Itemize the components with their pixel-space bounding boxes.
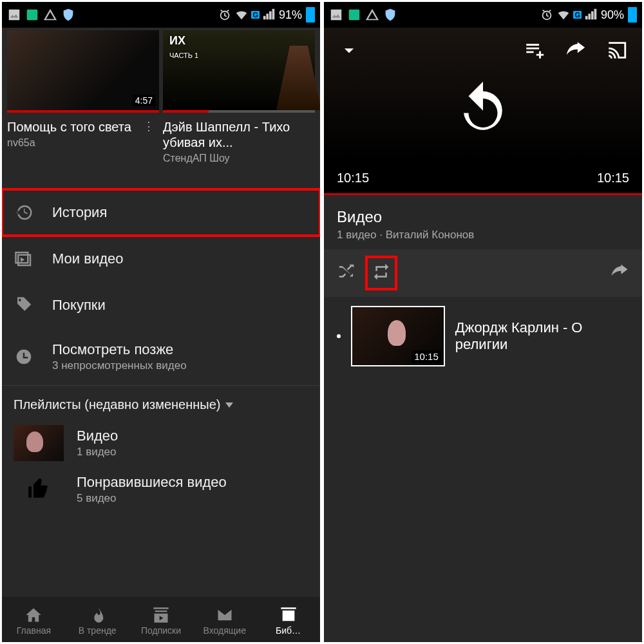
network-g-badge: G	[573, 11, 582, 19]
battery-icon	[628, 7, 637, 23]
playlist-count: 1 видео	[77, 446, 118, 459]
battery-icon	[306, 7, 315, 23]
video-menu-icon[interactable]: ⋮	[140, 119, 156, 133]
video-duration: 4:57	[133, 95, 155, 106]
nav-library[interactable]: Биб…	[256, 606, 320, 636]
nav-subscriptions[interactable]: Подписки	[129, 606, 193, 636]
library-label: Мои видео	[52, 251, 124, 267]
status-bar: G 90%	[324, 2, 642, 28]
playlists-header[interactable]: Плейлисты (недавно измененные)	[2, 385, 320, 419]
shield-icon	[383, 8, 397, 22]
notif-image-icon	[329, 8, 343, 22]
thumbs-up-icon	[14, 479, 64, 500]
cast-icon[interactable]	[606, 39, 628, 64]
playlist-thumbnail	[14, 425, 64, 461]
recent-videos-row: 4:57 Помощь с того света ⋮ nv65a ИХЧАСТЬ…	[2, 28, 320, 164]
video-title: Помощь с того света	[7, 119, 140, 135]
library-list: История Мои видео Покупки Посмотреть поз…	[2, 189, 320, 385]
history-icon	[14, 202, 34, 223]
wifi-icon	[556, 8, 571, 22]
video-card[interactable]: ИХЧАСТЬ 1 Дэйв Шаппелл - Тихо убивая их.…	[163, 30, 315, 164]
video-channel: СтендАП Шоу	[163, 153, 312, 164]
video-thumbnail[interactable]: ИХЧАСТЬ 1	[163, 30, 315, 113]
playlist-item-liked[interactable]: Понравившиеся видео 5 видео	[2, 468, 320, 511]
notif-app-icon	[25, 8, 39, 22]
library-label: История	[52, 204, 107, 221]
collapse-icon[interactable]	[338, 39, 360, 64]
share-icon[interactable]	[610, 262, 629, 284]
signal-icon	[262, 8, 276, 22]
replay-icon[interactable]	[454, 79, 512, 140]
warning-icon	[43, 8, 57, 22]
phone-player-screen: G 90% 10:15 10:15 Видео 1 видео · Витали…	[324, 2, 642, 642]
video-thumbnail[interactable]: 4:57	[7, 30, 159, 113]
video-duration: 10:15	[412, 350, 441, 363]
playlist-name: Понравившиеся видео	[77, 474, 227, 491]
clock-icon	[14, 346, 34, 367]
playlist-video-title: Джордж Карлин - О религии	[455, 319, 629, 353]
library-label: Покупки	[52, 297, 106, 314]
shuffle-icon[interactable]	[337, 262, 356, 284]
library-my-videos[interactable]: Мои видео	[2, 236, 320, 282]
my-videos-icon	[14, 249, 34, 269]
alarm-icon	[540, 8, 554, 22]
playlist-item[interactable]: Видео 1 видео	[2, 419, 320, 468]
nav-home[interactable]: Главная	[2, 606, 66, 636]
video-card[interactable]: 4:57 Помощь с того света ⋮ nv65a	[7, 30, 159, 164]
player-time-total: 10:15	[597, 171, 629, 185]
library-watch-later[interactable]: Посмотреть позже 3 непросмотренных видео	[2, 328, 320, 385]
phone-library-screen: G 91% 4:57 Помощь с того света ⋮ nv65a И…	[2, 2, 320, 642]
video-title: Дэйв Шаппелл - Тихо убивая их...	[163, 119, 312, 150]
loop-icon[interactable]	[368, 258, 395, 288]
notif-app-icon	[347, 8, 361, 22]
share-icon[interactable]	[565, 39, 587, 64]
shield-icon	[61, 8, 75, 22]
now-playing-indicator	[337, 334, 341, 338]
notif-image-icon	[7, 8, 21, 22]
library-history[interactable]: История	[2, 189, 320, 236]
svg-rect-0	[27, 10, 38, 21]
video-channel: nv65a	[7, 137, 156, 149]
dropdown-icon	[225, 402, 233, 408]
signal-icon	[584, 8, 598, 22]
playlist-title: Видео	[337, 208, 629, 226]
bottom-nav: Главная В тренде Подписки Входящие Биб…	[2, 597, 320, 642]
playlist-name: Видео	[77, 428, 118, 444]
battery-percent: 90%	[601, 8, 624, 22]
svg-rect-5	[349, 10, 360, 21]
library-purchases[interactable]: Покупки	[2, 282, 320, 328]
alarm-icon	[218, 8, 232, 22]
nav-inbox[interactable]: Входящие	[193, 606, 256, 636]
library-sublabel: 3 непросмотренных видео	[52, 359, 187, 372]
playlist-count: 5 видео	[77, 492, 227, 505]
playlist-video-thumbnail: 10:15	[352, 307, 444, 365]
playlist-header: Видео 1 видео · Виталий Кононов	[324, 195, 642, 249]
warning-icon	[365, 8, 379, 22]
playlist-controls	[324, 249, 642, 297]
player-time-current: 10:15	[337, 171, 369, 185]
wifi-icon	[234, 8, 249, 22]
battery-percent: 91%	[279, 8, 302, 22]
add-to-playlist-icon[interactable]	[524, 39, 545, 64]
network-g-badge: G	[251, 11, 260, 19]
library-label: Посмотреть позже	[52, 341, 187, 358]
tag-icon	[14, 295, 34, 316]
status-bar: G 91%	[2, 2, 320, 28]
playlist-video-item[interactable]: 10:15 Джордж Карлин - О религии	[324, 297, 642, 375]
playlist-subtitle: 1 видео · Виталий Кононов	[337, 229, 629, 242]
nav-trending[interactable]: В тренде	[66, 606, 129, 636]
video-player[interactable]: 10:15 10:15	[324, 28, 642, 195]
